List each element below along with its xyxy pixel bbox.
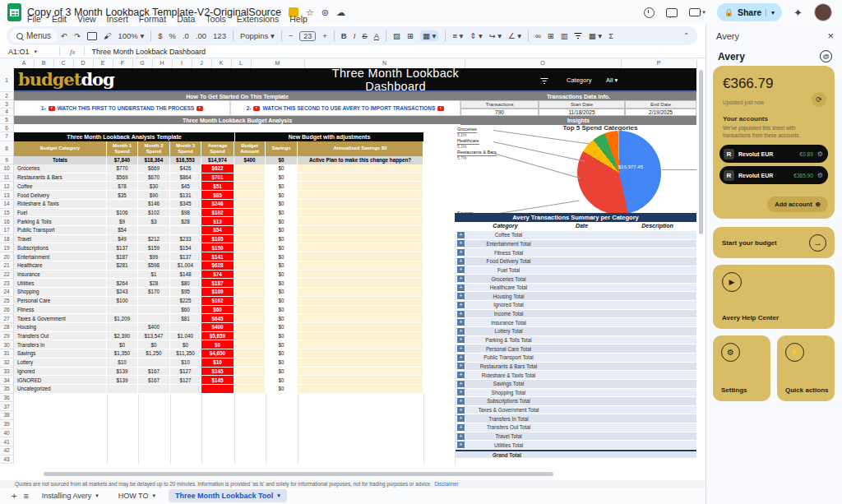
- month1-cell[interactable]: [107, 385, 138, 394]
- savings-cell[interactable]: $0: [266, 226, 298, 235]
- month3-cell[interactable]: $1,004: [170, 261, 201, 270]
- savings-cell[interactable]: $0: [266, 297, 298, 306]
- redo[interactable]: ↷: [74, 31, 81, 40]
- row-41[interactable]: 41: [0, 437, 14, 446]
- savings-cell[interactable]: $0: [266, 252, 298, 261]
- account-avatar[interactable]: [814, 3, 832, 21]
- expand-row-button[interactable]: +: [456, 380, 465, 388]
- annualized-cell[interactable]: [298, 385, 423, 394]
- format-currency[interactable]: $: [158, 31, 162, 40]
- zoom-select[interactable]: 100% ▾: [118, 31, 144, 40]
- row-27[interactable]: 27: [0, 314, 14, 323]
- watch-second-link[interactable]: 2-WATCH THIS SECOND TO USE AVERY TO IMPO…: [230, 100, 460, 116]
- budget-category-cell[interactable]: Insurance: [14, 270, 107, 280]
- month1-cell[interactable]: $264: [107, 279, 138, 288]
- vertical-scrollbar[interactable]: [699, 70, 703, 234]
- budget-amount-cell[interactable]: [234, 340, 266, 349]
- month1-cell[interactable]: $78: [107, 182, 138, 191]
- italic[interactable]: I: [354, 31, 356, 40]
- budget-amount-cell[interactable]: [234, 332, 266, 341]
- expand-row-button[interactable]: +: [456, 310, 465, 318]
- average-cell[interactable]: $4,650: [201, 349, 234, 358]
- month2-cell[interactable]: $28: [138, 279, 170, 288]
- budget-category-cell[interactable]: Savings: [14, 349, 107, 358]
- budget-category-cell[interactable]: Healthcare: [14, 261, 107, 270]
- row-39[interactable]: 39: [0, 420, 14, 429]
- row-5[interactable]: 5: [0, 116, 14, 124]
- average-cell[interactable]: $622: [201, 164, 234, 173]
- average-cell[interactable]: $169: [201, 288, 234, 297]
- budget-amount-cell[interactable]: [234, 314, 266, 323]
- annualized-cell[interactable]: [298, 191, 423, 200]
- decrease-font[interactable]: −: [289, 31, 294, 40]
- horizontal-align[interactable]: ≡ ▾: [452, 31, 463, 40]
- average-cell[interactable]: $400: [201, 323, 234, 332]
- row-37[interactable]: 37: [0, 402, 14, 411]
- month3-cell[interactable]: $127: [170, 368, 201, 377]
- month2-cell[interactable]: $598: [138, 261, 170, 270]
- add-sheet-button[interactable]: +: [12, 491, 16, 501]
- annualized-cell[interactable]: [298, 368, 423, 377]
- expand-row-button[interactable]: +: [456, 362, 465, 370]
- average-cell[interactable]: $5,659: [201, 332, 234, 341]
- row-22[interactable]: 22: [0, 270, 14, 280]
- budget-category-cell[interactable]: Housing: [14, 323, 107, 332]
- account-pill[interactable]: RRevolut EUR€0.89⚙: [719, 145, 828, 163]
- budget-amount-cell[interactable]: [234, 226, 266, 235]
- annualized-cell[interactable]: [298, 306, 423, 315]
- month1-cell[interactable]: [107, 200, 138, 209]
- row-15[interactable]: 15: [0, 209, 14, 218]
- budget-category-cell[interactable]: Ignored: [14, 368, 107, 377]
- savings-cell[interactable]: $0: [266, 340, 298, 349]
- month1-cell[interactable]: $139: [107, 368, 138, 377]
- budget-category-cell[interactable]: Food Delivery: [14, 191, 107, 200]
- month2-cell[interactable]: $670: [138, 173, 170, 183]
- row-42[interactable]: 42: [0, 446, 14, 455]
- budget-amount-cell[interactable]: [234, 297, 266, 306]
- budget-category-cell[interactable]: Personal Care: [14, 297, 107, 306]
- menu-insert[interactable]: Insert: [107, 14, 128, 24]
- row-2[interactable]: 2: [0, 92, 14, 100]
- text-rotate[interactable]: ∠ ▾: [508, 31, 521, 40]
- annualized-cell[interactable]: [298, 226, 423, 235]
- print[interactable]: [87, 32, 97, 40]
- month1-cell[interactable]: [107, 270, 138, 280]
- meet-icon[interactable]: [689, 8, 701, 16]
- row-18[interactable]: 18: [0, 235, 14, 244]
- menu-edit[interactable]: Edit: [52, 14, 67, 24]
- budget-amount-cell[interactable]: [234, 173, 266, 183]
- row-14[interactable]: 14: [0, 200, 14, 209]
- month2-cell[interactable]: $99: [138, 252, 170, 261]
- functions[interactable]: Σ: [608, 31, 613, 40]
- font-select[interactable]: Poppins ▾: [240, 31, 275, 40]
- month1-cell[interactable]: $281: [107, 261, 138, 270]
- row-8[interactable]: 8: [0, 141, 14, 156]
- average-cell[interactable]: $74: [201, 270, 234, 280]
- month1-cell[interactable]: $137: [107, 243, 138, 252]
- month2-cell[interactable]: $167: [138, 376, 170, 385]
- average-cell[interactable]: [201, 385, 234, 394]
- month3-cell[interactable]: $81: [170, 314, 201, 323]
- month2-cell[interactable]: [138, 358, 170, 368]
- average-cell[interactable]: $150: [201, 243, 234, 252]
- budget-amount-cell[interactable]: [234, 306, 266, 315]
- month2-cell[interactable]: $400: [138, 323, 170, 332]
- average-cell[interactable]: $85: [201, 191, 234, 200]
- row-30[interactable]: 30: [0, 340, 14, 349]
- strikethrough[interactable]: S: [362, 31, 367, 40]
- menu-view[interactable]: View: [77, 14, 96, 24]
- sheet-tab-installing-avery[interactable]: Installing Avery▾: [35, 489, 105, 502]
- budget-amount-cell[interactable]: [234, 288, 266, 297]
- settings-card[interactable]: ⚙ Settings: [713, 335, 770, 401]
- annualized-cell[interactable]: [298, 332, 423, 341]
- annualized-cell[interactable]: [298, 182, 423, 191]
- savings-cell[interactable]: $0: [266, 306, 298, 315]
- savings-cell[interactable]: $0: [266, 358, 298, 368]
- row-32[interactable]: 32: [0, 358, 14, 368]
- annualized-cell[interactable]: [298, 288, 423, 297]
- average-cell[interactable]: $645: [201, 314, 234, 323]
- version-history-icon[interactable]: [644, 7, 655, 18]
- expand-row-button[interactable]: +: [456, 292, 465, 300]
- month1-cell[interactable]: $2,390: [107, 332, 138, 341]
- month1-cell[interactable]: $187: [107, 252, 138, 261]
